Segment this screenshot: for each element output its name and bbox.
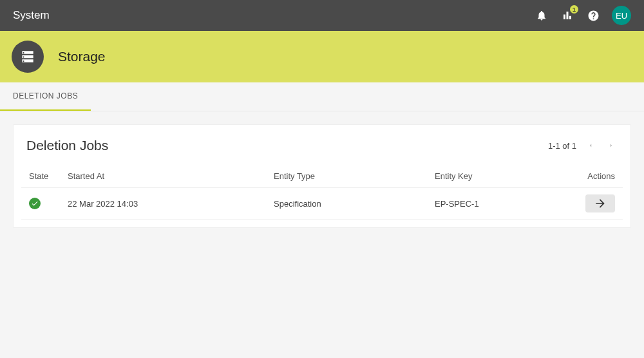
user-avatar[interactable]: EU [612, 6, 631, 25]
notifications-button[interactable] [535, 8, 549, 23]
view-job-button[interactable] [585, 194, 615, 212]
bell-icon [536, 10, 547, 21]
next-page-button[interactable] [605, 139, 618, 152]
content-area: Deletion Jobs 1-1 of 1 State Started At … [0, 111, 644, 241]
col-entity-type: Entity Type [266, 165, 427, 188]
col-state: State [21, 165, 60, 188]
tabs-bar: DELETION JOBS [0, 82, 644, 111]
success-icon [29, 198, 41, 209]
card-title: Deletion Jobs [26, 138, 548, 153]
prev-page-button[interactable] [584, 139, 597, 152]
cell-started-at: 22 Mar 2022 14:03 [60, 188, 266, 220]
card-header: Deletion Jobs 1-1 of 1 [21, 138, 623, 165]
stats-badge: 1 [570, 5, 578, 14]
top-nav: System 1 EU [0, 0, 644, 31]
app-title: System [13, 9, 535, 22]
chevron-right-icon [608, 142, 614, 149]
col-started-at: Started At [60, 165, 266, 188]
help-button[interactable] [586, 8, 600, 23]
table-header-row: State Started At Entity Type Entity Key … [21, 165, 623, 188]
topnav-actions: 1 EU [535, 6, 631, 25]
pagination-text: 1-1 of 1 [548, 141, 576, 151]
check-icon [31, 200, 39, 207]
deletion-jobs-table: State Started At Entity Type Entity Key … [21, 165, 623, 220]
table-row: 22 Mar 2022 14:03 Specification EP-SPEC-… [21, 188, 623, 220]
chevron-left-icon [587, 142, 594, 149]
col-entity-key: Entity Key [427, 165, 538, 188]
deletion-jobs-card: Deletion Jobs 1-1 of 1 State Started At … [13, 124, 631, 228]
storage-icon-circle [12, 41, 44, 73]
cell-state [21, 188, 60, 220]
stats-button[interactable]: 1 [560, 8, 574, 23]
arrow-right-icon [594, 197, 607, 210]
col-actions: Actions [538, 165, 623, 188]
cell-entity-type: Specification [266, 188, 427, 220]
pagination: 1-1 of 1 [548, 139, 618, 152]
cell-actions [538, 188, 623, 220]
help-icon [587, 10, 600, 22]
storage-icon [19, 48, 36, 65]
page-hero: Storage [0, 31, 644, 82]
cell-entity-key: EP-SPEC-1 [427, 188, 538, 220]
tab-deletion-jobs[interactable]: DELETION JOBS [0, 82, 91, 111]
page-title: Storage [58, 49, 106, 64]
